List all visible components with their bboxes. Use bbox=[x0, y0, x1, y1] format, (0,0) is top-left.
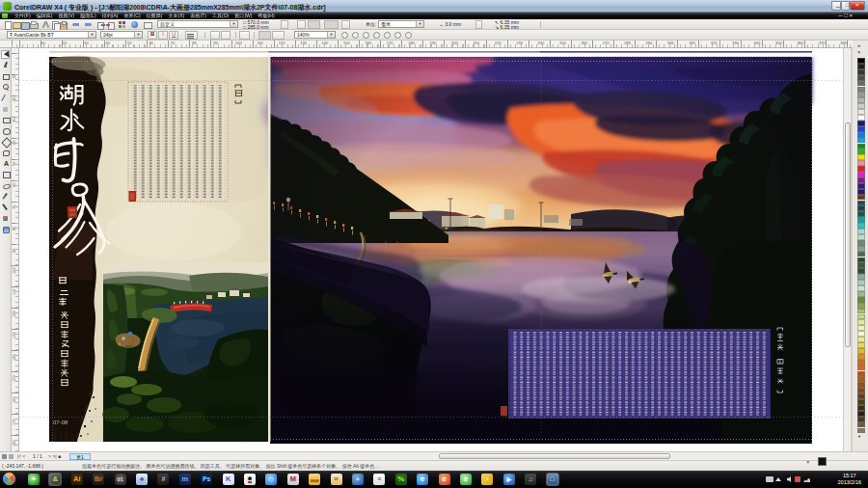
svg-text:07-08: 07-08 bbox=[53, 420, 68, 425]
